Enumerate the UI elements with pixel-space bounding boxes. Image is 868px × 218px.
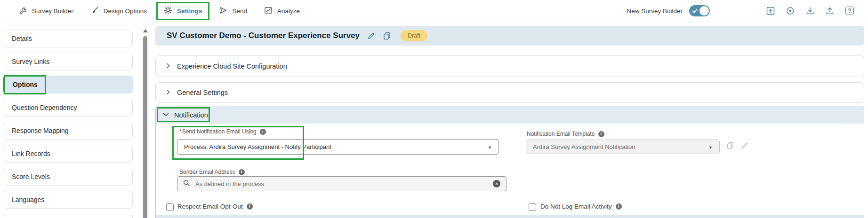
tab-label: Settings [177,8,202,15]
check-icon [692,8,698,14]
tab-label: Send [232,8,247,15]
toggle-knob [699,6,709,16]
sidebar-item-label: Question Dependency [12,104,77,111]
sidebar-item-link-records[interactable]: Link Records [3,145,133,163]
next-section-strip [156,215,864,218]
tab-label: Survey Builder [32,8,73,15]
do-not-log-email-activity-checkbox[interactable] [529,203,536,211]
wrench-icon [19,6,27,16]
sidebar-item-partial[interactable] [3,214,133,218]
section-notification: Notification *Send Notification Email Us… [155,106,864,218]
sidebar-item-details[interactable]: Details [3,30,133,47]
new-survey-builder-toggle[interactable] [689,5,710,16]
content-scrollbar[interactable] [143,22,148,218]
send-using-label: *Send Notification Email Using [179,128,266,135]
download-icon[interactable] [805,6,815,16]
section-label: Experience Cloud Site Configuration [177,62,287,70]
status-badge: Draft [401,30,427,41]
tab-survey-builder[interactable]: Survey Builder [19,6,73,16]
send-using-value: Process: Ardira Survey Assignment - Noti… [184,143,331,150]
notification-form: *Send Notification Email Using Process: … [156,124,864,218]
section-experience-cloud[interactable]: Experience Cloud Site Configuration [155,55,864,77]
sender-email-input[interactable] [194,180,489,188]
sidebar-item-survey-links[interactable]: Survey Links [3,53,133,70]
chevron-right-icon [165,62,171,70]
chevron-right-icon [165,89,171,96]
tab-analyze[interactable]: Analyze [264,6,300,16]
sidebar-item-label: Link Records [12,150,50,157]
sidebar-item-label: Survey Links [12,58,49,65]
section-notification-header[interactable]: Notification [156,106,864,124]
preview-icon[interactable] [785,6,796,16]
info-icon[interactable] [616,203,622,210]
scrollbar-thumb[interactable] [143,36,147,218]
sidebar-item-label: Details [12,35,32,42]
send-using-combobox[interactable]: Process: Ardira Survey Assignment - Noti… [177,139,499,155]
page-title: SV Customer Demo - Customer Experience S… [167,31,360,40]
help-icon[interactable] [844,6,855,16]
sidebar-item-response-mapping[interactable]: Response Mapping [3,122,133,140]
scroll-up-arrow-icon[interactable] [143,29,148,32]
tab-design-options[interactable]: Design Options [90,6,147,16]
tab-send[interactable]: Send [219,6,247,16]
sender-email-label: Sender Email Address [179,169,245,175]
sidebar-item-label: Response Mapping [12,127,69,134]
add-page-icon[interactable] [765,6,776,16]
chevron-down-icon [163,111,169,119]
tab-label: Design Options [104,8,147,15]
sidebar-item-label: Languages [12,196,44,203]
chevron-down-icon [708,143,713,150]
upload-icon[interactable] [825,6,835,16]
info-icon[interactable] [598,131,604,137]
respect-email-opt-out-checkbox[interactable] [166,203,174,211]
survey-title-bar: SV Customer Demo - Customer Experience S… [155,26,864,46]
send-icon [219,6,227,16]
sidebar-item-score-levels[interactable]: Score Levels [3,168,133,186]
top-nav-tabs: Survey Builder Design Options [19,2,300,20]
clear-icon[interactable] [493,180,500,187]
template-combobox: Ardira Survey Assignment Notification [526,140,720,154]
required-marker: * [179,128,182,135]
info-icon[interactable] [239,169,245,175]
sidebar-item-languages[interactable]: Languages [3,191,133,209]
do-not-log-email-activity-label: Do Not Log Email Activity [540,203,622,210]
info-icon[interactable] [260,129,266,135]
utility-icons [765,6,855,16]
copy-title-icon[interactable] [383,31,391,40]
tab-label: Analyze [277,8,300,15]
settings-sidebar: Details Survey Links Options Question De… [3,30,133,218]
template-label: Notification Email Template [527,131,604,137]
edit-template-icon[interactable] [741,141,749,151]
section-label: General Settings [177,89,228,96]
respect-email-opt-out-label: Respect Email Opt-Out [177,203,253,210]
chevron-down-icon [488,143,492,150]
top-navigation: Survey Builder Design Options [0,0,868,22]
tab-settings[interactable]: Settings [156,2,209,20]
edit-title-icon[interactable] [367,32,375,40]
paintbrush-icon [90,6,99,16]
info-icon[interactable] [247,203,253,210]
analyze-chart-icon [264,6,273,16]
sender-email-search [177,176,506,191]
settings-content: SV Customer Demo - Customer Experience S… [155,22,864,218]
search-icon [183,179,190,188]
sidebar-item-question-dependency[interactable]: Question Dependency [3,99,133,117]
copy-template-icon[interactable] [726,141,734,151]
section-label: Notification [174,111,208,119]
gear-icon [164,6,172,16]
sidebar-item-label: Score Levels [12,173,50,180]
sidebar-item-options[interactable]: Options [3,76,133,93]
top-nav-actions: New Survey Builder [627,5,855,16]
template-value: Ardira Survey Assignment Notification [533,143,635,150]
section-general-settings[interactable]: General Settings [155,82,864,103]
new-survey-builder-label: New Survey Builder [627,8,683,15]
sidebar-item-label: Options [13,81,38,88]
